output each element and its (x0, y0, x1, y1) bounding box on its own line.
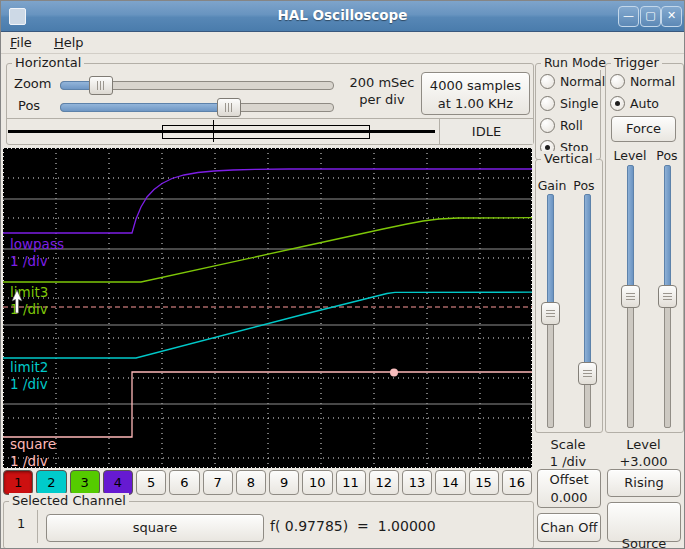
gain-slider-label: Gain (536, 178, 568, 193)
channel-button-15[interactable]: 15 (469, 470, 499, 495)
trace-label-square: square (10, 436, 56, 452)
selected-channel-frame: Selected Channel 1 square f( 0.97785) = … (3, 501, 534, 549)
channel-button-9[interactable]: 9 (269, 470, 299, 495)
minimize-button[interactable]: — (618, 6, 639, 27)
channel-value-readout: f( 0.97785) = 1.00000 (270, 518, 436, 534)
trigger-normal[interactable]: Normal (610, 73, 675, 90)
trace-scale-lowpass: 1 /div (10, 253, 48, 269)
horizontal-zoom-slider[interactable] (60, 76, 334, 93)
run-mode-normal[interactable]: Normal (540, 73, 605, 90)
trigger-frame-label: Trigger (611, 55, 662, 70)
pos-slider-label: Pos (18, 98, 40, 113)
trace-limit3 (3, 218, 532, 282)
run-mode-single[interactable]: Single (540, 95, 598, 112)
vertical-pos-slider-label: Pos (568, 178, 600, 193)
maximize-button[interactable]: ▢ (640, 6, 661, 27)
vertical-pos-handle[interactable] (578, 362, 597, 385)
trace-label-limit2: limit2 (10, 359, 48, 375)
channel-button-11[interactable]: 11 (336, 470, 366, 495)
trigger-level-readout: Level +3.000 (605, 436, 682, 470)
trigger-pos-handle[interactable] (658, 285, 677, 308)
run-mode-frame: Run Mode Normal Single Roll Stop (535, 63, 601, 160)
horizontal-frame: Horizontal Zoom Pos 200 mSec per div 400… (6, 63, 534, 145)
channel-button-6[interactable]: 6 (169, 470, 199, 495)
channel-button-13[interactable]: 13 (402, 470, 432, 495)
record-preview: IDLE (7, 118, 533, 144)
scope-grid (3, 148, 532, 468)
scope-display[interactable]: lowpass 1 /div limit3 1 /div limit2 1 /d… (3, 148, 532, 468)
zoom-slider-label: Zoom (14, 76, 51, 91)
radio-icon[interactable] (610, 96, 625, 111)
trigger-source-button[interactable]: Source Chan 1 (607, 502, 681, 542)
hal-oscilloscope-window: { "window": { "title": "HAL Oscilloscope… (0, 0, 685, 549)
menu-file[interactable]: File (1, 32, 41, 53)
trigger-pos-slider-label: Pos (646, 148, 685, 163)
trigger-position-tick (213, 120, 214, 142)
chan-off-button[interactable]: Chan Off (537, 513, 601, 542)
pos-slider-handle[interactable] (217, 98, 241, 117)
status-panel: IDLE (439, 119, 533, 144)
radio-icon[interactable] (610, 74, 625, 89)
view-window-box[interactable] (162, 125, 370, 139)
close-button[interactable]: ✕ (661, 6, 682, 27)
record-length-button[interactable]: 4000 samples at 1.00 KHz (421, 72, 530, 115)
force-trigger-button[interactable]: Force (611, 116, 676, 142)
channel-button-4[interactable]: 4 (103, 470, 133, 495)
horizontal-frame-label: Horizontal (12, 55, 84, 70)
channel-button-3[interactable]: 3 (70, 470, 100, 495)
scale-readout: Scale 1 /div (535, 436, 601, 470)
selected-sample-marker (390, 369, 398, 377)
trace-scale-limit2: 1 /div (10, 376, 48, 392)
zoom-slider-handle[interactable] (89, 76, 113, 95)
channel-button-12[interactable]: 12 (369, 470, 399, 495)
vertical-frame-label: Vertical (541, 151, 596, 166)
selected-channel-name-button[interactable]: square (46, 514, 264, 542)
channel-button-2[interactable]: 2 (36, 470, 66, 495)
selected-channel-number: 1 (17, 516, 25, 531)
offset-button[interactable]: Offset 0.000 (537, 469, 601, 508)
vertical-gain-handle[interactable] (541, 302, 560, 325)
radio-icon[interactable] (540, 74, 555, 89)
horizontal-pos-slider[interactable] (60, 98, 334, 115)
separator (37, 510, 38, 543)
vertical-frame: Vertical Gain Pos (535, 159, 603, 433)
channel-button-10[interactable]: 10 (302, 470, 332, 495)
window-title: HAL Oscilloscope (1, 7, 684, 23)
run-mode-roll[interactable]: Roll (540, 117, 583, 134)
channel-button-8[interactable]: 8 (236, 470, 266, 495)
channel-button-row: 1 2 3 4 5 6 7 8 9 10 11 12 13 14 15 16 (3, 470, 532, 495)
trace-scale-square: 1 /div (10, 453, 48, 468)
time-per-div: 200 mSec per div (343, 74, 421, 108)
menu-help[interactable]: Help (45, 32, 93, 53)
trigger-level-handle[interactable] (621, 285, 640, 308)
menu-bar: File Help (1, 32, 684, 54)
channel-button-5[interactable]: 5 (136, 470, 166, 495)
channel-button-16[interactable]: 16 (502, 470, 532, 495)
radio-icon[interactable] (540, 118, 555, 133)
status-text: IDLE (472, 124, 501, 139)
trigger-frame: Trigger Normal Auto Force Level Pos (605, 63, 684, 433)
selected-channel-frame-label: Selected Channel (9, 493, 129, 508)
trace-label-lowpass: lowpass (10, 236, 64, 252)
run-mode-frame-label: Run Mode (541, 55, 609, 70)
radio-icon[interactable] (540, 96, 555, 111)
title-bar: HAL Oscilloscope — ▢ ✕ (1, 1, 684, 32)
channel-button-7[interactable]: 7 (203, 470, 233, 495)
trigger-auto[interactable]: Auto (610, 95, 659, 112)
channel-button-14[interactable]: 14 (435, 470, 465, 495)
channel-button-1[interactable]: 1 (3, 470, 33, 495)
trigger-edge-button[interactable]: Rising (607, 469, 681, 497)
